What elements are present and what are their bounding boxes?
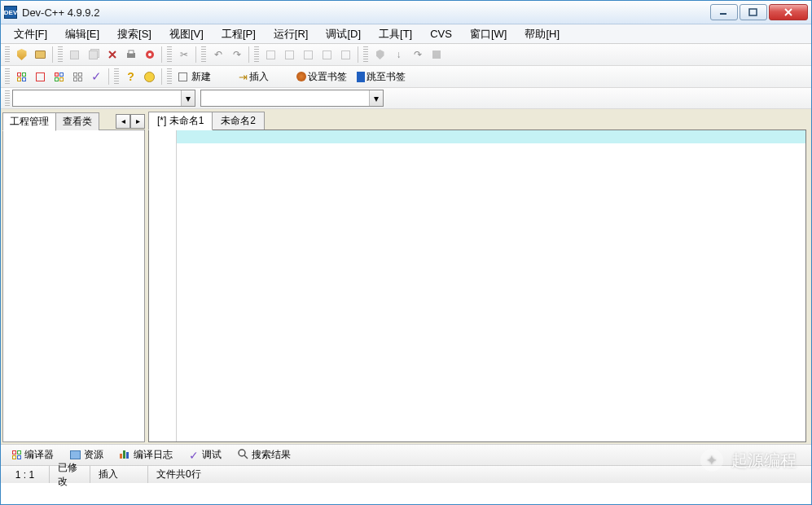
minimize-button[interactable]: [710, 4, 738, 20]
editor-tabs: [*] 未命名1 未命名2: [148, 112, 806, 130]
close-button[interactable]: [769, 4, 808, 20]
code-editor[interactable]: [148, 130, 806, 442]
help-button[interactable]: ?: [121, 68, 140, 86]
window-layout-4-button[interactable]: [68, 68, 87, 86]
rebuild-button[interactable]: [318, 46, 336, 64]
maximize-button[interactable]: [740, 4, 767, 20]
toolbar-handle[interactable]: [5, 46, 10, 63]
editor-tab-1[interactable]: [*] 未命名1: [148, 112, 213, 130]
insert-dropdown-button[interactable]: ⇥ 插入: [235, 68, 274, 86]
combo-class-input[interactable]: [13, 90, 181, 106]
chevron-down-icon[interactable]: ▾: [369, 90, 383, 106]
shield-icon: [17, 49, 27, 60]
chevron-down-icon[interactable]: ▾: [181, 90, 195, 106]
open-icon: [35, 50, 46, 59]
toolbar-handle[interactable]: [167, 46, 172, 63]
save-icon: [70, 50, 79, 59]
editor-tab-2[interactable]: 未命名2: [212, 112, 265, 130]
toolbar-handle[interactable]: [363, 46, 368, 63]
tab-compile-log[interactable]: 编译日志: [112, 446, 180, 464]
menu-help[interactable]: 帮助[H]: [516, 24, 568, 44]
svg-rect-6: [120, 454, 122, 459]
svg-line-10: [244, 455, 248, 459]
print-button[interactable]: [121, 46, 140, 64]
red-square-icon: [36, 72, 45, 81]
toolbar-handle[interactable]: [5, 68, 10, 85]
step-into-button[interactable]: ↓: [389, 46, 408, 64]
menu-search[interactable]: 搜索[S]: [109, 24, 160, 44]
tab-class-view[interactable]: 查看类: [55, 112, 99, 130]
redo-button[interactable]: ↷: [227, 46, 246, 64]
menu-edit[interactable]: 编辑[E]: [57, 24, 108, 44]
compile-run-button[interactable]: [299, 46, 318, 64]
about-button[interactable]: [140, 68, 159, 86]
combo-function-selector[interactable]: ▾: [200, 90, 384, 107]
current-line-highlight: [177, 130, 805, 143]
tab-debug[interactable]: ✓ 调试: [182, 446, 229, 464]
toolbar-row-2: ✓ ? 新建 ⇥ 插入 设置书签 跳至书签: [1, 66, 811, 88]
menu-run[interactable]: 运行[R]: [266, 24, 317, 44]
save-button[interactable]: [65, 46, 84, 64]
window-layout-1-button[interactable]: [12, 68, 31, 86]
step-into-icon: ↓: [397, 49, 402, 60]
window-layout-3-button[interactable]: [50, 68, 68, 86]
step-over-icon: ↷: [414, 49, 422, 60]
new-source-button[interactable]: [12, 46, 31, 64]
save-all-button[interactable]: [84, 46, 103, 64]
menu-tools[interactable]: 工具[T]: [371, 24, 420, 44]
combo-class-selector[interactable]: ▾: [12, 90, 195, 107]
status-position: 1 : 1: [1, 466, 50, 483]
compile-button[interactable]: [261, 46, 280, 64]
tab-scroll-right-button[interactable]: ▸: [130, 114, 145, 129]
menu-view[interactable]: 视图[V]: [161, 24, 212, 44]
check-button[interactable]: ✓: [87, 68, 106, 86]
menu-debug[interactable]: 调试[D]: [318, 24, 369, 44]
step-over-button[interactable]: ↷: [408, 46, 427, 64]
open-button[interactable]: [31, 46, 50, 64]
check-icon: ✓: [91, 69, 102, 84]
stop-tool-button[interactable]: [371, 46, 389, 64]
run-button[interactable]: [280, 46, 299, 64]
window-layout-2-button[interactable]: [31, 68, 50, 86]
stop-icon: [432, 50, 441, 59]
project-tree[interactable]: [2, 130, 145, 442]
menubar: 文件[F] 编辑[E] 搜索[S] 视图[V] 工程[P] 运行[R] 调试[D…: [1, 24, 811, 44]
goto-bookmark-button[interactable]: 跳至书签: [353, 68, 411, 86]
tab-search-results[interactable]: 搜索结果: [230, 446, 298, 464]
editor-text-area[interactable]: [177, 130, 805, 441]
undo-button[interactable]: ↶: [208, 46, 227, 64]
menu-file[interactable]: 文件[F]: [6, 24, 55, 44]
set-bookmark-button[interactable]: 设置书签: [292, 68, 353, 86]
compile-icon: [266, 50, 275, 59]
bug-icon: [341, 50, 350, 59]
tab-debug-label: 调试: [202, 448, 222, 462]
tab-compiler[interactable]: 编译器: [5, 446, 61, 464]
printer-icon: [125, 49, 137, 60]
tab-scroll-left-button[interactable]: ◂: [116, 114, 130, 129]
menu-window[interactable]: 窗口[W]: [462, 24, 516, 44]
menu-project[interactable]: 工程[P]: [213, 24, 264, 44]
properties-button[interactable]: [140, 46, 159, 64]
goto-bookmark-label: 跳至书签: [365, 70, 407, 84]
toolbar-row-1: ✂ ↶ ↷ ↓ ↷: [1, 44, 811, 66]
toolbar-handle[interactable]: [254, 46, 259, 63]
stop-button[interactable]: [427, 46, 446, 64]
toolbar-handle[interactable]: [5, 90, 10, 107]
tab-search-results-label: 搜索结果: [252, 448, 291, 462]
toolbar-handle[interactable]: [114, 68, 119, 85]
new-dropdown-button[interactable]: 新建: [174, 68, 217, 86]
toolbar-handle[interactable]: [201, 46, 206, 63]
toolbar-handle[interactable]: [58, 46, 63, 63]
debug-button[interactable]: [336, 46, 355, 64]
tab-project-mgmt[interactable]: 工程管理: [2, 112, 56, 131]
cut-icon: ✂: [180, 49, 188, 60]
toolbar-handle[interactable]: [167, 68, 172, 85]
close-file-button[interactable]: [103, 46, 121, 64]
save-all-icon: [89, 50, 98, 59]
tab-resources-label: 资源: [84, 448, 103, 462]
combo-function-input[interactable]: [201, 90, 369, 106]
menu-cvs[interactable]: CVS: [422, 25, 460, 42]
cut-button[interactable]: ✂: [174, 46, 193, 64]
editor-gutter: [149, 130, 177, 441]
close-x-icon: [107, 49, 118, 60]
